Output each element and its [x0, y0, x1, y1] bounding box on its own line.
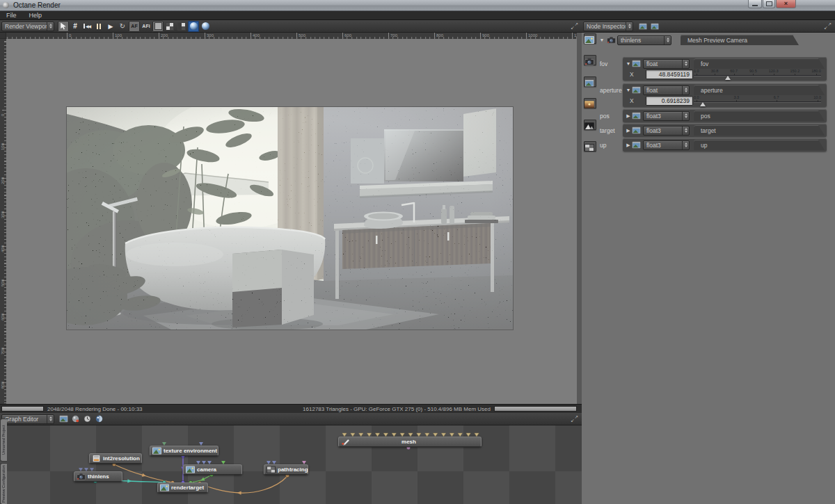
- panel-type-dropdown[interactable]: Graph Editor: [1, 414, 54, 424]
- node-name-tab[interactable]: Mesh Preview Camera: [681, 35, 799, 45]
- slider-thumb[interactable]: [725, 76, 731, 80]
- region-tool[interactable]: #: [70, 21, 81, 32]
- title-bar[interactable]: Octane Render ×: [0, 0, 835, 11]
- param-name-tab[interactable]: target: [694, 125, 825, 136]
- autofocus-aperture[interactable]: AFi: [141, 21, 152, 32]
- timer-button[interactable]: [82, 414, 93, 424]
- octane-render-window: Octane Render × File Help Render Viewpor…: [0, 0, 835, 504]
- node-icon-kernel[interactable]: [584, 141, 596, 152]
- play-render[interactable]: ▶: [105, 21, 116, 32]
- dropdown-spinner[interactable]: [682, 60, 689, 68]
- dropdown-spinner[interactable]: [47, 22, 54, 31]
- resolution-icon: [92, 455, 101, 462]
- display-checker[interactable]: [164, 21, 175, 32]
- node-icon-mountain[interactable]: [584, 120, 596, 130]
- param-type-dropdown[interactable]: float: [643, 86, 690, 95]
- node-icon-window[interactable]: [584, 76, 596, 87]
- aperture-slider[interactable]: 0.03.36.710.0: [694, 95, 821, 106]
- dropdown-spinner[interactable]: [47, 415, 54, 423]
- image-icon: [152, 447, 161, 455]
- dropdown-spinner[interactable]: [682, 86, 689, 95]
- h-ruler-label: 800: [434, 33, 443, 39]
- undock-panel-button[interactable]: [639, 20, 647, 33]
- dropdown-spinner[interactable]: [682, 127, 689, 135]
- expand-panel-button[interactable]: ↗ ↙: [571, 415, 578, 423]
- param-type-dropdown[interactable]: float3: [643, 111, 690, 121]
- graph-node-pathtracing[interactable]: pathtracing: [264, 464, 308, 475]
- node-icon-environment[interactable]: [584, 98, 596, 108]
- autofocus[interactable]: AF: [129, 21, 140, 32]
- collapse-caret[interactable]: ▼: [625, 88, 632, 92]
- pick-tool[interactable]: [58, 21, 69, 32]
- param-label: aperture: [600, 87, 622, 94]
- node-icon-camera[interactable]: [584, 55, 596, 65]
- pause-render[interactable]: [93, 21, 104, 32]
- close-button[interactable]: ×: [776, 0, 796, 8]
- h-ruler-label: 400: [250, 33, 260, 39]
- graph-node-int2resolution[interactable]: int2resolution: [89, 453, 142, 464]
- param-name-tab[interactable]: fov: [694, 58, 825, 69]
- duplicate-panel-button[interactable]: [651, 20, 659, 33]
- dropdown-spinner[interactable]: [682, 112, 689, 120]
- param-name-tab[interactable]: pos: [694, 111, 825, 121]
- tab-preview-configuration[interactable]: Preview Configuration: [0, 463, 7, 504]
- material-node-button[interactable]: [70, 414, 81, 424]
- expand-caret[interactable]: ▶: [625, 128, 632, 133]
- graph-node-mesh[interactable]: mesh: [338, 437, 482, 447]
- collapse-caret[interactable]: ▼: [598, 38, 605, 42]
- graph-node-camera[interactable]: camera: [183, 464, 242, 475]
- window-title: Octane Render: [13, 1, 61, 9]
- graph-editor-header: Graph Editor ↗ ↙: [0, 413, 582, 425]
- slider-tick-label: 30.8: [711, 69, 719, 74]
- minimize-button[interactable]: [748, 0, 762, 8]
- expand-panel-button[interactable]: ↗ ↙: [571, 22, 578, 30]
- param-type-dropdown[interactable]: float: [643, 59, 690, 69]
- tab-unnamed-project[interactable]: Unnamed Project: [0, 418, 7, 462]
- fov-slider[interactable]: 1.030.860.790.5120.3150.2180.0: [694, 69, 821, 80]
- param-type-dropdown[interactable]: float3: [643, 126, 690, 136]
- expand-caret[interactable]: ▶: [625, 143, 632, 148]
- slider-tick-label: 150.2: [790, 69, 800, 74]
- render-preview-alt[interactable]: [200, 21, 211, 32]
- graph-canvas[interactable]: int2resolution thinlens texture environm…: [7, 425, 582, 504]
- panel-type-dropdown[interactable]: Render Viewport: [1, 22, 54, 31]
- display-half[interactable]: [176, 21, 187, 32]
- maximize-button[interactable]: [763, 0, 775, 8]
- collapse-caret[interactable]: ▼: [625, 61, 632, 66]
- graph-node-rendertarget[interactable]: rendertarget: [157, 482, 208, 493]
- param-group-up: ▶ float3 up: [623, 138, 827, 152]
- project-tabs: Unnamed Project Preview Configuration: [0, 425, 7, 504]
- param-type-dropdown[interactable]: float3: [643, 140, 690, 150]
- param-group-pos: ▶ float3 pos: [623, 109, 827, 122]
- expand-icon: ↙: [824, 26, 827, 31]
- param-name-tab[interactable]: aperture: [694, 85, 825, 95]
- param-name-tab[interactable]: up: [694, 140, 825, 150]
- viewport-canvas[interactable]: [6, 39, 577, 404]
- dropdown-spinner[interactable]: [682, 141, 689, 149]
- expand-caret[interactable]: ▶: [625, 113, 632, 119]
- slider-tick-label: 6.7: [774, 95, 779, 100]
- viewport-body: 010020030040050060070080090010001100 010…: [0, 33, 582, 404]
- node-type-dropdown[interactable]: thinlens: [617, 35, 671, 45]
- menu-help[interactable]: Help: [23, 12, 49, 19]
- render-preview[interactable]: [188, 21, 199, 32]
- node-icon-image[interactable]: [584, 33, 596, 44]
- dropdown-spinner[interactable]: [664, 36, 671, 44]
- display-solid[interactable]: [152, 21, 164, 32]
- slider-thumb[interactable]: [700, 102, 706, 106]
- graph-node-texture-environment[interactable]: texture environment: [150, 446, 218, 456]
- slider-tick-label: 0.0: [694, 95, 699, 100]
- app-icon: [3, 2, 9, 8]
- graph-node-thinlens[interactable]: thinlens: [74, 471, 122, 482]
- fov-value-input[interactable]: 48.8459119: [646, 70, 693, 79]
- node-inspector-header: Node Inspector ↗ ↙: [582, 20, 835, 33]
- expand-panel-button[interactable]: ↗ ↙: [824, 22, 832, 30]
- panel-type-dropdown[interactable]: Node Inspector: [583, 22, 633, 31]
- aperture-value-input[interactable]: 0.6918239: [646, 96, 693, 106]
- refresh-render[interactable]: ↻: [117, 21, 128, 32]
- menu-file[interactable]: File: [0, 12, 23, 19]
- render-kernel-button[interactable]: [94, 414, 104, 424]
- restart-render[interactable]: ◀◀: [81, 21, 93, 32]
- image-node-button[interactable]: [58, 414, 69, 424]
- dropdown-spinner[interactable]: [626, 22, 633, 31]
